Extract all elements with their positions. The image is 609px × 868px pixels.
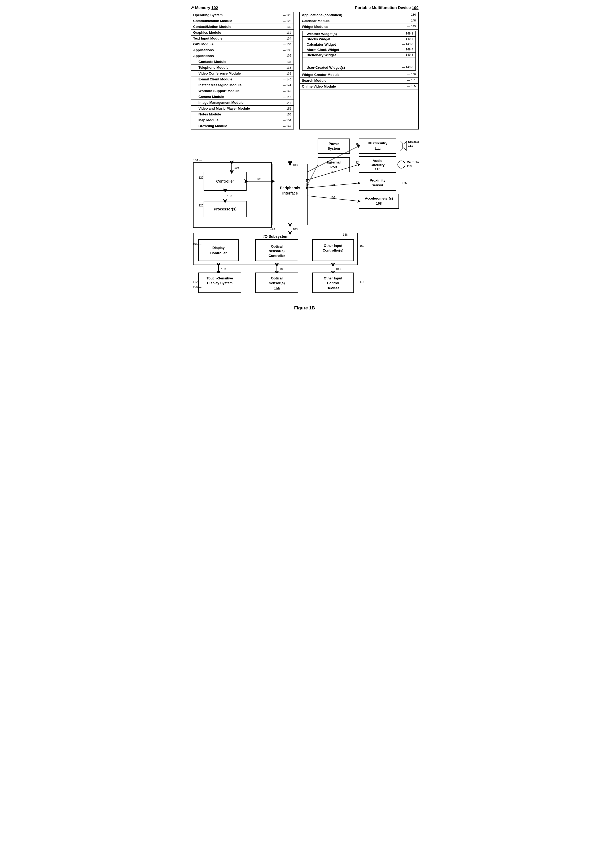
svg-text:103: 103 [330, 196, 335, 199]
app-row: Map Module— 154 [191, 117, 294, 123]
svg-text:118: 118 [270, 227, 275, 230]
app-row: Video and Music Player Module— 152 [191, 105, 294, 112]
widget-row: Calculator Widget— 149-3 [303, 42, 416, 47]
svg-text:I/O Subsystem: I/O Subsystem [263, 234, 288, 239]
widget-row: Alarm Clock Widget— 149-4 [303, 47, 416, 53]
block-diagram: Power System — 162 External Port — 124 R… [191, 138, 419, 302]
memory-row: GPS Module— 135 [191, 42, 294, 47]
app-row: Workout Support Module— 142 [191, 88, 294, 94]
svg-text:Power: Power [329, 142, 339, 146]
svg-text:110: 110 [375, 167, 380, 171]
svg-text:111: 111 [408, 144, 413, 147]
svg-text:103: 103 [280, 268, 284, 271]
svg-text:Speaker: Speaker [408, 140, 419, 143]
svg-text:Controller(s): Controller(s) [323, 248, 343, 253]
svg-text:Display: Display [212, 246, 224, 250]
memory-row: Contact/Motion Module— 130 [191, 24, 294, 30]
svg-text:Optical: Optical [271, 244, 282, 248]
svg-text:Other Input: Other Input [323, 243, 342, 248]
app-row: Contacts Module— 137 [191, 59, 294, 65]
svg-text:Proximity: Proximity [369, 178, 385, 182]
memory-table: Operating System— 126Communication Modul… [191, 12, 294, 130]
memory-row: Applications— 136 [191, 47, 294, 53]
svg-text:122 —: 122 — [199, 176, 207, 179]
widget-row: Stocks Widget— 149-2 [303, 37, 416, 42]
app-row: Browsing Module— 147 [191, 123, 294, 129]
svg-text:— 166: — 166 [398, 181, 407, 184]
svg-text:120 —: 120 — [199, 204, 207, 207]
svg-text:Sensor: Sensor [371, 183, 383, 187]
svg-text:Display System: Display System [207, 281, 232, 285]
svg-text:Processor(s): Processor(s) [214, 207, 236, 211]
apps-bottom-row: Widget Creator Module— 150 [300, 72, 418, 78]
memory-row: Graphics Module— 132 [191, 30, 294, 36]
svg-text:103: 103 [293, 228, 297, 231]
app-row: Notes Module— 153 [191, 112, 294, 117]
apps-continued-header: Applications (continued) — 136 [300, 12, 418, 18]
svg-text:103: 103 [293, 163, 297, 167]
svg-text:112 —: 112 — [193, 280, 201, 284]
svg-text:156 —: 156 — [193, 285, 201, 289]
svg-text:Microphone: Microphone [407, 161, 419, 164]
svg-text:Peripherals: Peripherals [280, 186, 300, 190]
svg-text:Controller: Controller [268, 254, 285, 258]
svg-text:Accelerometer(s): Accelerometer(s) [365, 196, 393, 200]
svg-point-19 [398, 161, 405, 168]
svg-text:106 —: 106 — [193, 242, 201, 245]
svg-text:Controller: Controller [210, 251, 226, 255]
svg-text:— 160: — 160 [356, 244, 364, 247]
svg-text:Control: Control [327, 281, 339, 285]
widget-row: Dictionary Widget— 149-5 [303, 53, 416, 58]
svg-text:System: System [328, 146, 340, 150]
svg-rect-0 [318, 139, 350, 153]
svg-text:104 —: 104 — [193, 159, 202, 162]
apps-bottom-row: Online Video Module— 155 [300, 84, 418, 90]
apps-bottom-row: Search Module— 151 [300, 78, 418, 84]
app-row: Telephone Module— 138 [191, 65, 294, 71]
svg-text:103: 103 [234, 166, 239, 169]
svg-text:sensor(s): sensor(s) [269, 249, 284, 253]
svg-text:168: 168 [376, 202, 382, 205]
svg-marker-11 [400, 141, 403, 151]
app-row: E-mail Client Module— 140 [191, 76, 294, 82]
apps-dots: ⋮ [300, 90, 418, 98]
svg-rect-63 [199, 240, 238, 261]
svg-text:103: 103 [329, 161, 333, 164]
svg-text:Devices: Devices [326, 286, 339, 290]
widget-row: Weather Widget(s)— 149-1 [303, 31, 416, 37]
memory-row: Operating System— 126 [191, 12, 294, 18]
figure-caption: Figure 1B [191, 305, 419, 311]
svg-text:103: 103 [335, 268, 340, 271]
applications-header: Applications— 136 [191, 53, 294, 59]
widget-modules-section: Widget Modules— 149 Weather Widget(s)— 1… [300, 24, 418, 72]
svg-line-57 [307, 164, 318, 185]
widget-row: User-Created Widget(s)— 149-6 [303, 65, 416, 70]
svg-text:103: 103 [257, 177, 261, 180]
svg-text:Audio: Audio [373, 159, 382, 163]
svg-text:108: 108 [375, 146, 380, 150]
svg-marker-12 [403, 141, 407, 150]
svg-text:Optical: Optical [271, 276, 282, 280]
svg-text:RF Circuitry: RF Circuitry [368, 141, 387, 145]
svg-text:— 158: — 158 [339, 233, 348, 236]
svg-text:103: 103 [330, 170, 335, 174]
app-row: Video Conference Module— 139 [191, 71, 294, 76]
svg-text:103: 103 [221, 268, 226, 271]
svg-text:Touch-Sensitive: Touch-Sensitive [207, 276, 233, 280]
svg-text:103: 103 [330, 183, 335, 186]
svg-text:Circuitry: Circuitry [370, 163, 385, 167]
app-row: Image Management Module— 144 [191, 100, 294, 105]
svg-text:Port: Port [330, 165, 337, 169]
svg-text:Sensor(s): Sensor(s) [269, 281, 285, 285]
memory-row: Text Input Module— 134 [191, 36, 294, 42]
calendar-row: Calendar Module— 148 [300, 18, 418, 24]
apps-continued-table: Applications (continued) — 136 Calendar … [299, 12, 419, 130]
svg-text:— 116: — 116 [356, 280, 364, 284]
svg-text:103: 103 [227, 195, 232, 198]
memory-row: Communication Module— 128 [191, 18, 294, 24]
svg-text:Other Input: Other Input [323, 276, 342, 280]
svg-text:Interface: Interface [282, 191, 298, 195]
svg-text:Controller: Controller [216, 179, 234, 183]
svg-text:164: 164 [274, 286, 280, 290]
memory-title: ↗ Memory 102 [191, 5, 218, 10]
